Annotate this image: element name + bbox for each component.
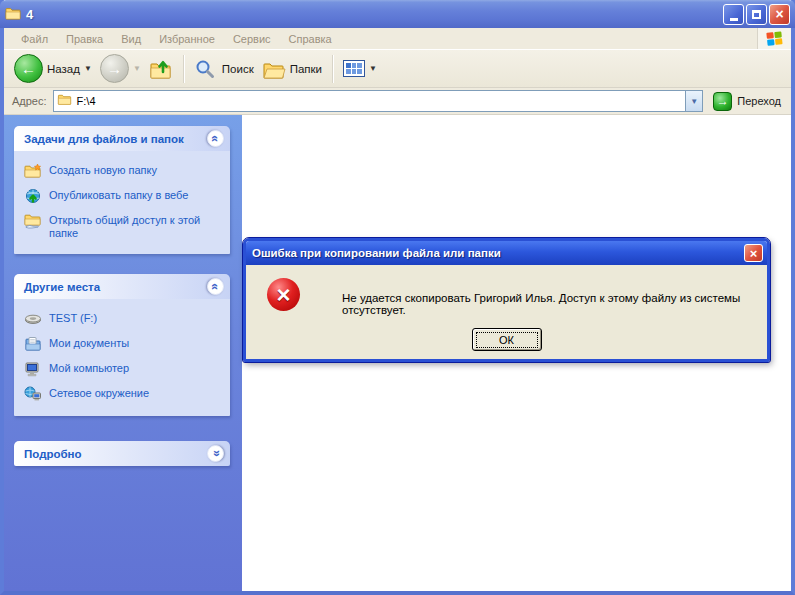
forward-dropdown-icon: ▼ <box>133 64 141 73</box>
disk-drive-icon <box>24 311 42 327</box>
minimize-button[interactable] <box>723 4 744 25</box>
new-folder-icon <box>24 163 42 179</box>
go-button[interactable]: → Переход <box>703 92 789 111</box>
task-publish-web-label[interactable]: Опубликовать папку в вебе <box>49 188 188 202</box>
place-network[interactable]: Сетевое окружение <box>24 386 224 402</box>
chevron-down-icon[interactable]: « <box>207 445 224 462</box>
dialog-close-button[interactable]: × <box>744 244 763 262</box>
panel-file-tasks-header[interactable]: Задачи для файлов и папок « <box>14 126 230 151</box>
folder-up-icon <box>149 58 173 80</box>
place-my-documents[interactable]: Мои документы <box>24 336 224 352</box>
panel-other-places: Другие места « TEST (F:) Мои доку <box>14 274 230 416</box>
folders-icon <box>262 58 286 80</box>
menu-favorites[interactable]: Избранное <box>150 30 224 48</box>
views-button[interactable]: ▼ <box>339 58 381 79</box>
folders-button[interactable]: Папки <box>258 56 326 82</box>
go-arrow-icon: → <box>713 92 732 111</box>
my-computer-icon <box>24 361 42 377</box>
dialog-message: Не удается скопировать Григорий Илья. До… <box>342 292 753 316</box>
go-label: Переход <box>737 95 781 107</box>
panel-details: Подробно « <box>14 441 230 466</box>
chevron-up-icon[interactable]: « <box>207 278 224 295</box>
error-icon: × <box>267 278 300 311</box>
close-button[interactable]: × <box>769 4 790 25</box>
menu-view[interactable]: Вид <box>112 30 150 48</box>
ok-button[interactable]: ОК <box>472 328 542 351</box>
dialog-title: Ошибка при копировании файла или папки <box>252 247 744 259</box>
task-share-folder-label[interactable]: Открыть общий доступ к этой папке <box>49 213 224 240</box>
place-my-documents-label[interactable]: Мои документы <box>49 336 129 350</box>
place-test-drive-label[interactable]: TEST (F:) <box>49 311 97 325</box>
folder-icon <box>5 6 21 22</box>
main-area: Задачи для файлов и папок « Создать нову… <box>4 115 791 591</box>
place-network-label[interactable]: Сетевое окружение <box>49 386 149 400</box>
back-button[interactable]: ← Назад ▼ <box>10 52 96 85</box>
place-test-drive[interactable]: TEST (F:) <box>24 311 224 327</box>
panel-title: Задачи для файлов и папок <box>24 133 184 145</box>
panel-file-tasks: Задачи для файлов и папок « Создать нову… <box>14 126 230 254</box>
menu-help[interactable]: Справка <box>280 30 341 48</box>
place-my-computer-label[interactable]: Мой компьютер <box>49 361 129 375</box>
up-button[interactable] <box>145 56 177 82</box>
task-new-folder-label[interactable]: Создать новую папку <box>49 163 157 177</box>
panel-details-header[interactable]: Подробно « <box>14 441 230 466</box>
chevron-up-icon[interactable]: « <box>207 130 224 147</box>
forward-arrow-icon: → <box>100 54 129 83</box>
place-my-computer[interactable]: Мой компьютер <box>24 361 224 377</box>
views-dropdown-icon[interactable]: ▼ <box>369 64 377 73</box>
task-new-folder[interactable]: Создать новую папку <box>24 163 224 179</box>
menu-file[interactable]: Файл <box>12 30 57 48</box>
toolbar: ← Назад ▼ → ▼ Поиск Папки <box>4 50 791 88</box>
forward-button[interactable]: → ▼ <box>96 52 145 85</box>
address-folder-icon <box>57 93 73 109</box>
task-publish-web[interactable]: Опубликовать папку в вебе <box>24 188 224 204</box>
ok-button-label: ОК <box>476 332 538 348</box>
publish-web-icon <box>24 188 42 204</box>
share-folder-icon <box>24 213 42 229</box>
my-documents-icon <box>24 336 42 352</box>
task-pane: Задачи для файлов и папок « Создать нову… <box>4 115 242 591</box>
folders-label: Папки <box>290 63 322 75</box>
error-dialog: Ошибка при копировании файла или папки ×… <box>243 238 770 362</box>
back-arrow-icon: ← <box>14 54 43 83</box>
address-label: Адрес: <box>12 95 47 107</box>
network-icon <box>24 386 42 402</box>
explorer-window: 4 × Файл Правка Вид Избранное Сервис Спр… <box>0 0 795 595</box>
search-button[interactable]: Поиск <box>190 56 258 82</box>
window-title: 4 <box>26 7 723 22</box>
title-bar: 4 × <box>0 0 795 28</box>
back-label: Назад <box>47 63 80 75</box>
search-icon <box>194 58 218 80</box>
address-value[interactable]: F:\4 <box>77 95 96 107</box>
address-bar: Адрес: F:\4 ▼ → Переход <box>4 88 791 115</box>
address-combo[interactable]: F:\4 ▼ <box>53 90 704 112</box>
panel-other-places-header[interactable]: Другие места « <box>14 274 230 299</box>
windows-logo-icon <box>757 28 791 49</box>
dialog-title-bar: Ошибка при копировании файла или папки × <box>246 241 767 265</box>
panel-title: Другие места <box>24 281 100 293</box>
menu-edit[interactable]: Правка <box>57 30 112 48</box>
views-icon <box>343 60 365 77</box>
menu-bar: Файл Правка Вид Избранное Сервис Справка <box>4 28 791 50</box>
search-label: Поиск <box>222 63 254 75</box>
address-dropdown-icon[interactable]: ▼ <box>685 91 702 111</box>
back-dropdown-icon[interactable]: ▼ <box>84 64 92 73</box>
task-share-folder[interactable]: Открыть общий доступ к этой папке <box>24 213 224 240</box>
panel-title: Подробно <box>24 448 82 460</box>
maximize-button[interactable] <box>746 4 767 25</box>
menu-tools[interactable]: Сервис <box>224 30 280 48</box>
